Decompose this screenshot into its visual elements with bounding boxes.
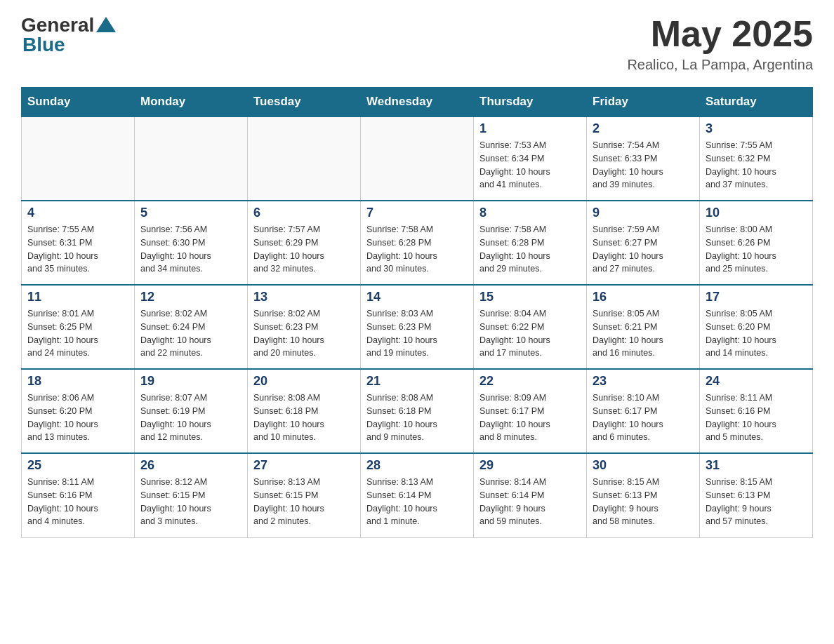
day-number: 5: [140, 206, 241, 220]
calendar-cell: 30Sunrise: 8:15 AM Sunset: 6:13 PM Dayli…: [587, 453, 700, 537]
day-info: Sunrise: 7:56 AM Sunset: 6:30 PM Dayligh…: [140, 223, 241, 276]
day-number: 6: [253, 206, 355, 220]
calendar-cell: 11Sunrise: 8:01 AM Sunset: 6:25 PM Dayli…: [22, 285, 135, 369]
day-info: Sunrise: 8:05 AM Sunset: 6:21 PM Dayligh…: [593, 307, 694, 360]
month-year-title: May 2025: [627, 14, 813, 54]
logo-blue-text: Blue: [22, 34, 65, 55]
day-info: Sunrise: 7:53 AM Sunset: 6:34 PM Dayligh…: [479, 139, 581, 192]
week-row-2: 4Sunrise: 7:55 AM Sunset: 6:31 PM Daylig…: [22, 201, 813, 285]
header-sunday: Sunday: [22, 88, 135, 117]
weekday-header-row: Sunday Monday Tuesday Wednesday Thursday…: [22, 88, 813, 117]
day-info: Sunrise: 8:11 AM Sunset: 6:16 PM Dayligh…: [706, 391, 807, 444]
day-number: 23: [593, 374, 694, 389]
day-number: 7: [366, 206, 468, 220]
day-info: Sunrise: 7:55 AM Sunset: 6:31 PM Dayligh…: [27, 223, 128, 276]
calendar-cell: 12Sunrise: 8:02 AM Sunset: 6:24 PM Dayli…: [135, 285, 248, 369]
calendar-cell: 14Sunrise: 8:03 AM Sunset: 6:23 PM Dayli…: [361, 285, 474, 369]
calendar-cell: 13Sunrise: 8:02 AM Sunset: 6:23 PM Dayli…: [248, 285, 361, 369]
day-info: Sunrise: 8:00 AM Sunset: 6:26 PM Dayligh…: [706, 223, 807, 276]
day-info: Sunrise: 8:13 AM Sunset: 6:14 PM Dayligh…: [366, 476, 468, 528]
day-number: 10: [706, 206, 807, 220]
day-number: 21: [366, 374, 468, 389]
day-number: 1: [479, 121, 581, 136]
day-number: 9: [593, 206, 694, 220]
day-info: Sunrise: 8:08 AM Sunset: 6:18 PM Dayligh…: [366, 391, 468, 444]
header-thursday: Thursday: [474, 88, 587, 117]
calendar-cell: 10Sunrise: 8:00 AM Sunset: 6:26 PM Dayli…: [700, 201, 813, 285]
header-saturday: Saturday: [700, 88, 813, 117]
logo-triangle-icon: [96, 17, 116, 32]
header-right: May 2025 Realico, La Pampa, Argentina: [627, 14, 813, 73]
calendar-cell: 15Sunrise: 8:04 AM Sunset: 6:22 PM Dayli…: [474, 285, 587, 369]
day-number: 28: [366, 458, 468, 473]
header-friday: Friday: [587, 88, 700, 117]
day-number: 2: [593, 121, 694, 136]
day-info: Sunrise: 8:10 AM Sunset: 6:17 PM Dayligh…: [593, 391, 694, 444]
day-info: Sunrise: 8:14 AM Sunset: 6:14 PM Dayligh…: [479, 476, 581, 528]
logo: General Blue: [21, 14, 116, 56]
day-info: Sunrise: 8:15 AM Sunset: 6:13 PM Dayligh…: [706, 476, 807, 528]
calendar-cell: 18Sunrise: 8:06 AM Sunset: 6:20 PM Dayli…: [22, 369, 135, 453]
day-info: Sunrise: 7:58 AM Sunset: 6:28 PM Dayligh…: [479, 223, 581, 276]
page-header: General Blue May 2025 Realico, La Pampa,…: [21, 14, 813, 73]
day-number: 3: [706, 121, 807, 136]
day-number: 20: [253, 374, 355, 389]
day-number: 31: [706, 458, 807, 473]
day-info: Sunrise: 8:07 AM Sunset: 6:19 PM Dayligh…: [140, 391, 241, 444]
day-info: Sunrise: 8:13 AM Sunset: 6:15 PM Dayligh…: [253, 476, 355, 528]
day-number: 11: [27, 290, 128, 304]
week-row-5: 25Sunrise: 8:11 AM Sunset: 6:16 PM Dayli…: [22, 453, 813, 537]
svg-marker-0: [96, 17, 116, 32]
day-info: Sunrise: 8:02 AM Sunset: 6:23 PM Dayligh…: [253, 307, 355, 360]
day-info: Sunrise: 8:08 AM Sunset: 6:18 PM Dayligh…: [253, 391, 355, 444]
day-number: 12: [140, 290, 241, 304]
day-info: Sunrise: 8:03 AM Sunset: 6:23 PM Dayligh…: [366, 307, 468, 360]
calendar-cell: [135, 116, 248, 201]
calendar-cell: 4Sunrise: 7:55 AM Sunset: 6:31 PM Daylig…: [22, 201, 135, 285]
calendar-table: Sunday Monday Tuesday Wednesday Thursday…: [21, 87, 813, 538]
calendar-cell: 27Sunrise: 8:13 AM Sunset: 6:15 PM Dayli…: [248, 453, 361, 537]
day-info: Sunrise: 8:02 AM Sunset: 6:24 PM Dayligh…: [140, 307, 241, 360]
day-number: 8: [479, 206, 581, 220]
day-info: Sunrise: 8:15 AM Sunset: 6:13 PM Dayligh…: [593, 476, 694, 528]
week-row-3: 11Sunrise: 8:01 AM Sunset: 6:25 PM Dayli…: [22, 285, 813, 369]
calendar-cell: 6Sunrise: 7:57 AM Sunset: 6:29 PM Daylig…: [248, 201, 361, 285]
day-info: Sunrise: 7:54 AM Sunset: 6:33 PM Dayligh…: [593, 139, 694, 192]
location-subtitle: Realico, La Pampa, Argentina: [627, 57, 813, 73]
calendar-cell: [248, 116, 361, 201]
day-number: 25: [27, 458, 128, 473]
day-number: 14: [366, 290, 468, 304]
calendar-cell: 2Sunrise: 7:54 AM Sunset: 6:33 PM Daylig…: [587, 116, 700, 201]
day-info: Sunrise: 8:12 AM Sunset: 6:15 PM Dayligh…: [140, 476, 241, 528]
calendar-cell: 29Sunrise: 8:14 AM Sunset: 6:14 PM Dayli…: [474, 453, 587, 537]
calendar-cell: 1Sunrise: 7:53 AM Sunset: 6:34 PM Daylig…: [474, 116, 587, 201]
calendar-cell: 25Sunrise: 8:11 AM Sunset: 6:16 PM Dayli…: [22, 453, 135, 537]
calendar-cell: 21Sunrise: 8:08 AM Sunset: 6:18 PM Dayli…: [361, 369, 474, 453]
calendar-cell: 26Sunrise: 8:12 AM Sunset: 6:15 PM Dayli…: [135, 453, 248, 537]
day-info: Sunrise: 8:01 AM Sunset: 6:25 PM Dayligh…: [27, 307, 128, 360]
day-number: 16: [593, 290, 694, 304]
day-number: 29: [479, 458, 581, 473]
day-number: 27: [253, 458, 355, 473]
calendar-cell: 31Sunrise: 8:15 AM Sunset: 6:13 PM Dayli…: [700, 453, 813, 537]
day-info: Sunrise: 7:58 AM Sunset: 6:28 PM Dayligh…: [366, 223, 468, 276]
calendar-cell: 22Sunrise: 8:09 AM Sunset: 6:17 PM Dayli…: [474, 369, 587, 453]
day-info: Sunrise: 7:55 AM Sunset: 6:32 PM Dayligh…: [706, 139, 807, 192]
calendar-cell: 19Sunrise: 8:07 AM Sunset: 6:19 PM Dayli…: [135, 369, 248, 453]
calendar-cell: 23Sunrise: 8:10 AM Sunset: 6:17 PM Dayli…: [587, 369, 700, 453]
calendar-cell: 3Sunrise: 7:55 AM Sunset: 6:32 PM Daylig…: [700, 116, 813, 201]
day-number: 22: [479, 374, 581, 389]
calendar-cell: 16Sunrise: 8:05 AM Sunset: 6:21 PM Dayli…: [587, 285, 700, 369]
day-number: 24: [706, 374, 807, 389]
calendar-cell: 8Sunrise: 7:58 AM Sunset: 6:28 PM Daylig…: [474, 201, 587, 285]
day-number: 19: [140, 374, 241, 389]
calendar-cell: 24Sunrise: 8:11 AM Sunset: 6:16 PM Dayli…: [700, 369, 813, 453]
day-number: 26: [140, 458, 241, 473]
day-info: Sunrise: 7:59 AM Sunset: 6:27 PM Dayligh…: [593, 223, 694, 276]
calendar-cell: [22, 116, 135, 201]
calendar-cell: [361, 116, 474, 201]
day-number: 15: [479, 290, 581, 304]
day-info: Sunrise: 8:09 AM Sunset: 6:17 PM Dayligh…: [479, 391, 581, 444]
calendar-cell: 17Sunrise: 8:05 AM Sunset: 6:20 PM Dayli…: [700, 285, 813, 369]
day-number: 4: [27, 206, 128, 220]
